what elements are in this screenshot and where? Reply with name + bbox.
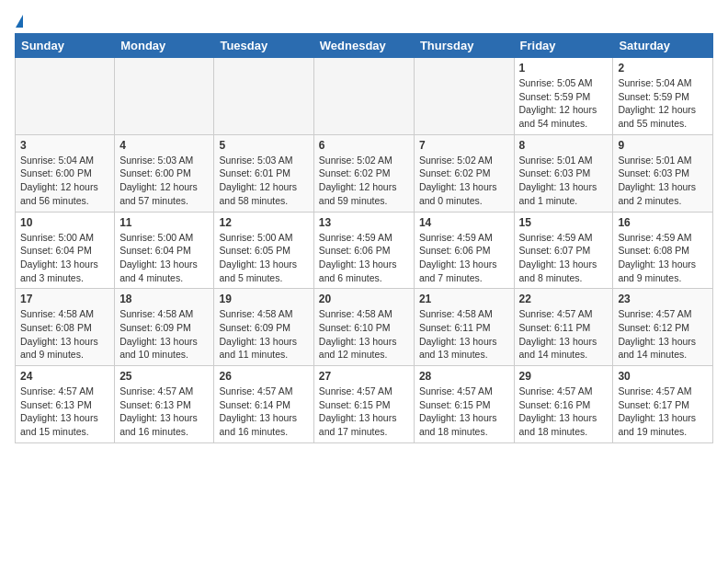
day-number: 21 [419, 293, 509, 305]
day-number: 6 [319, 139, 409, 152]
calendar-cell: 25Sunrise: 4:57 AMSunset: 6:13 PMDayligh… [115, 366, 214, 443]
calendar-cell: 14Sunrise: 4:59 AMSunset: 6:06 PMDayligh… [414, 212, 514, 289]
calendar-cell [214, 58, 313, 135]
day-number: 30 [618, 370, 708, 383]
calendar-table: SundayMondayTuesdayWednesdayThursdayFrid… [15, 33, 713, 443]
calendar-header-tuesday: Tuesday [214, 34, 313, 58]
day-info: Sunrise: 5:03 AMSunset: 6:00 PMDaylight:… [119, 154, 209, 208]
day-info: Sunrise: 4:59 AMSunset: 6:08 PMDaylight:… [618, 231, 708, 285]
calendar-header-row: SundayMondayTuesdayWednesdayThursdayFrid… [16, 34, 713, 58]
day-info: Sunrise: 4:58 AMSunset: 6:09 PMDaylight:… [219, 307, 308, 362]
day-info: Sunrise: 4:58 AMSunset: 6:11 PMDaylight:… [419, 307, 509, 362]
day-number: 22 [519, 293, 609, 305]
day-info: Sunrise: 4:57 AMSunset: 6:16 PMDaylight:… [519, 385, 609, 439]
calendar-week-2: 3Sunrise: 5:04 AMSunset: 6:00 PMDaylight… [16, 134, 713, 212]
day-number: 3 [20, 139, 109, 152]
calendar-cell: 17Sunrise: 4:58 AMSunset: 6:08 PMDayligh… [16, 289, 115, 366]
day-info: Sunrise: 4:58 AMSunset: 6:09 PMDaylight:… [119, 307, 209, 362]
calendar-week-5: 24Sunrise: 4:57 AMSunset: 6:13 PMDayligh… [16, 366, 713, 443]
calendar-cell: 27Sunrise: 4:57 AMSunset: 6:15 PMDayligh… [313, 366, 414, 443]
calendar-cell [313, 58, 414, 135]
calendar-header-sunday: Sunday [16, 34, 115, 58]
calendar-header-thursday: Thursday [414, 34, 514, 58]
calendar-cell: 12Sunrise: 5:00 AMSunset: 6:05 PMDayligh… [214, 212, 313, 289]
day-info: Sunrise: 5:02 AMSunset: 6:02 PMDaylight:… [419, 154, 509, 208]
header [15, 15, 713, 24]
calendar-cell: 30Sunrise: 4:57 AMSunset: 6:17 PMDayligh… [613, 366, 713, 443]
calendar-week-1: 1Sunrise: 5:05 AMSunset: 5:59 PMDaylight… [16, 58, 713, 135]
calendar-cell: 1Sunrise: 5:05 AMSunset: 5:59 PMDaylight… [514, 58, 613, 135]
calendar-cell: 23Sunrise: 4:57 AMSunset: 6:12 PMDayligh… [613, 289, 713, 366]
day-info: Sunrise: 4:59 AMSunset: 6:06 PMDaylight:… [419, 231, 509, 285]
day-info: Sunrise: 5:03 AMSunset: 6:01 PMDaylight:… [219, 154, 308, 208]
calendar-cell: 29Sunrise: 4:57 AMSunset: 6:16 PMDayligh… [514, 366, 613, 443]
day-number: 27 [319, 370, 409, 383]
day-info: Sunrise: 5:04 AMSunset: 5:59 PMDaylight:… [618, 76, 708, 131]
day-number: 12 [219, 216, 308, 229]
day-info: Sunrise: 4:57 AMSunset: 6:12 PMDaylight:… [618, 307, 708, 362]
day-number: 24 [20, 370, 109, 383]
day-number: 26 [219, 370, 308, 383]
day-number: 25 [119, 370, 209, 383]
calendar-cell: 6Sunrise: 5:02 AMSunset: 6:02 PMDaylight… [313, 134, 414, 212]
calendar-cell [16, 58, 115, 135]
day-number: 17 [20, 293, 109, 305]
day-number: 23 [618, 293, 708, 305]
calendar-cell: 22Sunrise: 4:57 AMSunset: 6:11 PMDayligh… [514, 289, 613, 366]
day-number: 4 [119, 139, 209, 152]
calendar-header-saturday: Saturday [613, 34, 713, 58]
calendar-cell [414, 58, 514, 135]
day-info: Sunrise: 4:57 AMSunset: 6:15 PMDaylight:… [419, 385, 509, 439]
day-number: 2 [618, 62, 708, 75]
calendar-cell: 24Sunrise: 4:57 AMSunset: 6:13 PMDayligh… [16, 366, 115, 443]
calendar-cell: 20Sunrise: 4:58 AMSunset: 6:10 PMDayligh… [313, 289, 414, 366]
calendar-cell: 13Sunrise: 4:59 AMSunset: 6:06 PMDayligh… [313, 212, 414, 289]
day-info: Sunrise: 5:00 AMSunset: 6:05 PMDaylight:… [219, 231, 308, 285]
calendar-cell: 8Sunrise: 5:01 AMSunset: 6:03 PMDaylight… [514, 134, 613, 212]
day-info: Sunrise: 5:00 AMSunset: 6:04 PMDaylight:… [119, 231, 209, 285]
day-info: Sunrise: 4:57 AMSunset: 6:14 PMDaylight:… [219, 385, 308, 439]
day-number: 19 [219, 293, 308, 305]
calendar-cell: 4Sunrise: 5:03 AMSunset: 6:00 PMDaylight… [115, 134, 214, 212]
calendar-cell: 21Sunrise: 4:58 AMSunset: 6:11 PMDayligh… [414, 289, 514, 366]
day-info: Sunrise: 4:57 AMSunset: 6:13 PMDaylight:… [119, 385, 209, 439]
day-number: 7 [419, 139, 509, 152]
day-number: 5 [219, 139, 308, 152]
calendar-week-4: 17Sunrise: 4:58 AMSunset: 6:08 PMDayligh… [16, 289, 713, 366]
calendar-cell: 7Sunrise: 5:02 AMSunset: 6:02 PMDaylight… [414, 134, 514, 212]
calendar-cell: 19Sunrise: 4:58 AMSunset: 6:09 PMDayligh… [214, 289, 313, 366]
calendar-cell: 10Sunrise: 5:00 AMSunset: 6:04 PMDayligh… [16, 212, 115, 289]
calendar-header-monday: Monday [115, 34, 214, 58]
day-number: 18 [119, 293, 209, 305]
calendar-header-friday: Friday [514, 34, 613, 58]
day-number: 11 [119, 216, 209, 229]
calendar-cell: 9Sunrise: 5:01 AMSunset: 6:03 PMDaylight… [613, 134, 713, 212]
day-info: Sunrise: 4:59 AMSunset: 6:07 PMDaylight:… [519, 231, 609, 285]
day-number: 10 [20, 216, 109, 229]
calendar-cell: 15Sunrise: 4:59 AMSunset: 6:07 PMDayligh… [514, 212, 613, 289]
day-number: 13 [319, 216, 409, 229]
calendar-cell: 26Sunrise: 4:57 AMSunset: 6:14 PMDayligh… [214, 366, 313, 443]
day-number: 9 [618, 139, 708, 152]
day-number: 20 [319, 293, 409, 305]
calendar-cell: 16Sunrise: 4:59 AMSunset: 6:08 PMDayligh… [613, 212, 713, 289]
day-number: 28 [419, 370, 509, 383]
day-number: 15 [519, 216, 609, 229]
day-info: Sunrise: 5:00 AMSunset: 6:04 PMDaylight:… [20, 231, 109, 285]
day-info: Sunrise: 4:59 AMSunset: 6:06 PMDaylight:… [319, 231, 409, 285]
logo [15, 15, 24, 24]
calendar-cell [115, 58, 214, 135]
calendar-header-wednesday: Wednesday [313, 34, 414, 58]
day-number: 8 [519, 139, 609, 152]
calendar-cell: 3Sunrise: 5:04 AMSunset: 6:00 PMDaylight… [16, 134, 115, 212]
day-info: Sunrise: 5:04 AMSunset: 6:00 PMDaylight:… [20, 154, 109, 208]
day-info: Sunrise: 4:58 AMSunset: 6:10 PMDaylight:… [319, 307, 409, 362]
day-info: Sunrise: 5:01 AMSunset: 6:03 PMDaylight:… [519, 154, 609, 208]
calendar-week-3: 10Sunrise: 5:00 AMSunset: 6:04 PMDayligh… [16, 212, 713, 289]
day-info: Sunrise: 4:57 AMSunset: 6:17 PMDaylight:… [618, 385, 708, 439]
day-info: Sunrise: 5:05 AMSunset: 5:59 PMDaylight:… [519, 76, 609, 131]
calendar-cell: 5Sunrise: 5:03 AMSunset: 6:01 PMDaylight… [214, 134, 313, 212]
calendar-cell: 18Sunrise: 4:58 AMSunset: 6:09 PMDayligh… [115, 289, 214, 366]
calendar-cell: 28Sunrise: 4:57 AMSunset: 6:15 PMDayligh… [414, 366, 514, 443]
day-number: 16 [618, 216, 708, 229]
